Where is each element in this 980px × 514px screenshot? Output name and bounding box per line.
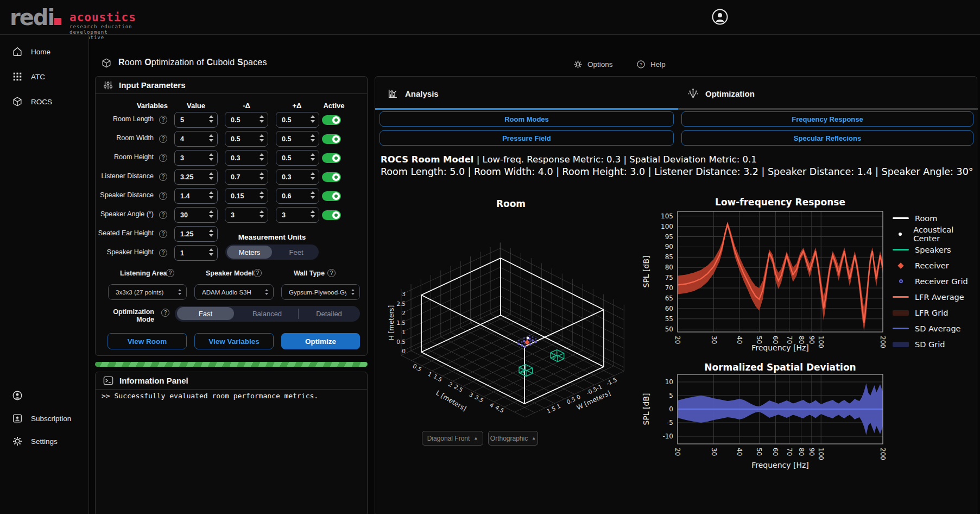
sidebar-item-atc[interactable]: ATC xyxy=(0,67,88,86)
minus-delta-input-field[interactable] xyxy=(225,192,255,200)
minus-delta-input[interactable] xyxy=(225,169,268,185)
spinner-down[interactable] xyxy=(209,253,213,256)
sd-chart[interactable]: 1050-5-102030405060708090100200Normalize… xyxy=(641,361,892,475)
parameter-help-icon[interactable]: ? xyxy=(159,154,167,162)
spinner-up[interactable] xyxy=(209,210,213,213)
value-input-field[interactable] xyxy=(175,230,204,238)
spinner-down[interactable] xyxy=(209,215,213,218)
plus-delta-input-field[interactable] xyxy=(276,135,306,143)
tab-analysis[interactable]: Analysis xyxy=(387,83,439,104)
minus-delta-input-field[interactable] xyxy=(225,135,255,143)
active-toggle[interactable] xyxy=(322,153,341,163)
listening-area-select[interactable]: 3x3x3 (27 points) xyxy=(108,284,187,300)
plus-delta-input-field[interactable] xyxy=(276,173,306,181)
redi-logo[interactable]: redi acoustics research education develo… xyxy=(10,4,62,30)
value-input[interactable] xyxy=(174,188,218,204)
active-toggle[interactable] xyxy=(322,134,341,144)
spinner-down[interactable] xyxy=(311,215,315,218)
spinner-down[interactable] xyxy=(260,177,264,180)
plus-delta-input-field[interactable] xyxy=(276,116,306,124)
active-toggle[interactable] xyxy=(322,210,341,220)
parameter-help-icon[interactable]: ? xyxy=(159,135,167,143)
minus-delta-input-field[interactable] xyxy=(225,154,255,162)
frequency-response-button[interactable]: Frequency Response xyxy=(681,111,973,127)
spinner-down[interactable] xyxy=(311,120,315,123)
spinner-up[interactable] xyxy=(209,229,213,232)
spinner-up[interactable] xyxy=(260,191,264,194)
spinner-up[interactable] xyxy=(209,248,213,251)
spinner-down[interactable] xyxy=(311,139,315,142)
spinner-down[interactable] xyxy=(260,215,264,218)
value-input-field[interactable] xyxy=(175,249,204,257)
parameter-help-icon[interactable]: ? xyxy=(159,249,167,257)
projection-dropdown[interactable]: Orthographic▲ xyxy=(488,431,538,446)
plus-delta-input-field[interactable] xyxy=(276,211,306,219)
minus-delta-input-field[interactable] xyxy=(225,116,255,124)
mode-option-balanced[interactable]: Balanced xyxy=(236,306,298,322)
listening-area-help-icon[interactable]: ? xyxy=(166,269,174,277)
spinner-up[interactable] xyxy=(209,172,213,175)
spinner-up[interactable] xyxy=(209,191,213,194)
sidebar-item-settings[interactable]: Settings xyxy=(0,431,88,451)
value-input-field[interactable] xyxy=(175,173,204,181)
mode-option-detailed[interactable]: Detailed xyxy=(298,306,360,322)
value-input-field[interactable] xyxy=(175,154,204,162)
legend-item[interactable]: Acoustical Center xyxy=(892,226,977,242)
value-input[interactable] xyxy=(174,207,218,223)
spinner-down[interactable] xyxy=(209,139,213,142)
minus-delta-input[interactable] xyxy=(225,188,268,204)
minus-delta-input[interactable] xyxy=(225,150,268,166)
spinner-up[interactable] xyxy=(209,153,213,156)
legend-item[interactable]: Room xyxy=(892,210,977,226)
spinner-up[interactable] xyxy=(311,115,315,118)
active-toggle[interactable] xyxy=(322,191,341,201)
spinner-up[interactable] xyxy=(311,134,315,137)
spinner-down[interactable] xyxy=(209,196,213,199)
spinner-down[interactable] xyxy=(311,196,315,199)
spinner-down[interactable] xyxy=(209,177,213,180)
minus-delta-input-field[interactable] xyxy=(225,211,255,219)
spinner-up[interactable] xyxy=(311,191,315,194)
parameter-help-icon[interactable]: ? xyxy=(159,211,167,219)
spinner-down[interactable] xyxy=(311,158,315,161)
spinner-down[interactable] xyxy=(311,177,315,180)
sidebar-item-subscription[interactable]: Subscription xyxy=(0,409,88,428)
spinner-down[interactable] xyxy=(209,120,213,123)
parameter-help-icon[interactable]: ? xyxy=(159,173,167,181)
spinner-up[interactable] xyxy=(311,172,315,175)
wall-type-help-icon[interactable]: ? xyxy=(327,269,336,277)
parameter-help-icon[interactable]: ? xyxy=(159,116,167,124)
spinner-up[interactable] xyxy=(209,115,213,118)
active-toggle[interactable] xyxy=(322,172,341,182)
speaker-model-help-icon[interactable]: ? xyxy=(254,269,262,277)
tab-optimization[interactable]: Optimization xyxy=(687,83,755,104)
optimization-mode-help-icon[interactable]: ? xyxy=(161,309,169,317)
spinner-up[interactable] xyxy=(260,210,264,213)
minus-delta-input[interactable] xyxy=(225,131,268,147)
minus-delta-input-field[interactable] xyxy=(225,173,255,181)
value-input[interactable] xyxy=(174,150,218,166)
active-toggle[interactable] xyxy=(322,115,341,125)
room-3d-plot[interactable]: 00.511.522.53H [meters]0.511.522.533.544… xyxy=(381,195,636,440)
value-input[interactable] xyxy=(174,226,218,242)
plus-delta-input[interactable] xyxy=(276,112,319,128)
optimize-button[interactable]: Optimize xyxy=(281,333,360,349)
help-button[interactable]: ? Help xyxy=(636,60,666,69)
units-option-meters[interactable]: Meters xyxy=(225,245,274,260)
plus-delta-input-field[interactable] xyxy=(276,192,306,200)
value-input[interactable] xyxy=(174,112,218,128)
value-input-field[interactable] xyxy=(175,211,204,219)
user-avatar-icon[interactable] xyxy=(711,8,729,26)
spinner-down[interactable] xyxy=(260,139,264,142)
plus-delta-input-field[interactable] xyxy=(276,154,306,162)
wall-type-select[interactable]: Gypsum-Plywood-Gypsum xyxy=(281,284,360,300)
sidebar-item-rocs[interactable]: ROCS xyxy=(0,92,88,111)
options-button[interactable]: Options xyxy=(573,60,613,69)
spinner-up[interactable] xyxy=(209,134,213,137)
view-room-button[interactable]: View Room xyxy=(108,333,187,349)
value-input[interactable] xyxy=(174,245,218,261)
lfr-chart[interactable]: 5055606570758085909510010520304050607080… xyxy=(641,196,892,359)
spinner-up[interactable] xyxy=(311,153,315,156)
spinner-up[interactable] xyxy=(260,134,264,137)
sidebar-item-account[interactable] xyxy=(0,386,88,405)
